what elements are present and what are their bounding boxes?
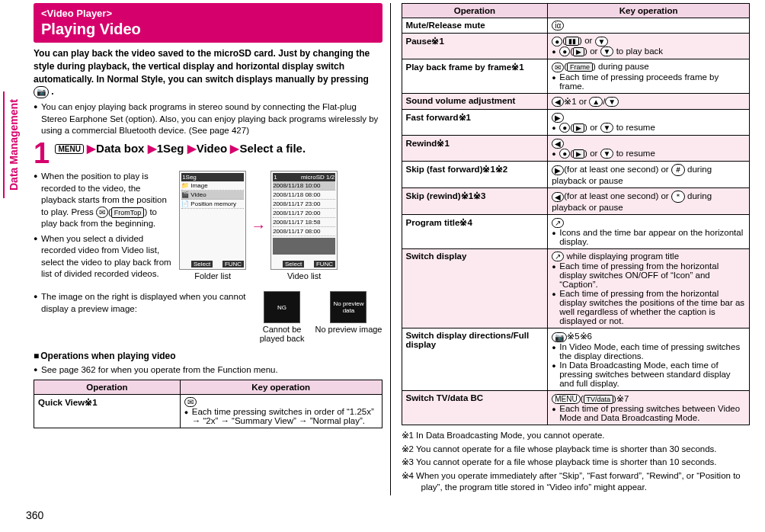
triangle-icon: ▶ — [187, 142, 197, 155]
ops-note: See page 362 for when you operate from t… — [34, 364, 382, 377]
op-cell: Pause※1 — [402, 34, 548, 59]
triangle-icon: ▶ — [230, 142, 239, 155]
shot-select-label: Select — [283, 261, 304, 268]
shot-line-selected: 🎬 Video — [181, 191, 244, 200]
thumb-nopreview: No preview data No preview image — [315, 291, 382, 343]
thumbs: NG Cannot be played back No preview data… — [260, 291, 382, 343]
op-quickview: Quick View※1 — [34, 394, 181, 428]
key-cell: ◀※1 or ▲/▼ — [548, 93, 750, 109]
op-cell: Mute/Release mute — [402, 18, 548, 34]
folder-caption: Folder list — [179, 271, 246, 280]
intro-bullet: You can enjoy playing back programs in s… — [34, 101, 382, 137]
op-cell: Switch display — [402, 248, 548, 328]
step-content: When the position to play is recorded to… — [34, 168, 382, 284]
page: <Video Player> Playing Video You can pla… — [0, 0, 765, 503]
ops-heading: Operations when playing video — [34, 351, 382, 361]
step-1: 1 MENU ▶Data box ▶1Seg ▶Video ▶Select a … — [34, 142, 382, 165]
nopreview-icon: No preview data — [330, 291, 366, 323]
key-cell: ◀●(▶) or ▼ to resume — [548, 136, 750, 162]
note-1: ※1 In Data Broadcasting Mode, you cannot… — [402, 430, 751, 442]
key-cell: 📷※5※6In Video Mode, each time of pressin… — [548, 328, 750, 390]
mail-key-icon: ✉ — [184, 397, 197, 407]
step-screenshots: 1Seg 📁 Image 🎬 Video 📄 Position memory S… — [179, 168, 382, 284]
video-line: 2008/11/17 23:00 — [273, 200, 335, 209]
video-screenshot: 1 microSD 1/2 2008/11/18 10:00 2008/11/1… — [270, 171, 338, 270]
op-cell: Program title※4 — [402, 215, 548, 248]
step-part-1: Data box — [96, 142, 144, 155]
lead-text: You can play back the video saved to the… — [34, 48, 370, 85]
key-cell: MENU(TV/data)※7Each time of pressing swi… — [548, 390, 750, 425]
step-part-2: 1Seg — [157, 142, 184, 155]
thumb-ng: NG Cannot be played back — [260, 291, 305, 343]
folder-screenshot-wrap: 1Seg 📁 Image 🎬 Video 📄 Position memory S… — [179, 171, 246, 280]
shot-line: 📁 Image — [181, 181, 244, 191]
th-operation: Operation — [34, 380, 181, 394]
video-line: 2008/11/18 08:00 — [273, 191, 335, 200]
mail-key-icon: ✉ — [96, 207, 108, 219]
left-column: <Video Player> Playing Video You can pla… — [26, 3, 390, 495]
key-cell: iα — [548, 18, 750, 34]
video-line: 2008/11/17 08:00 — [273, 227, 335, 236]
lead-paragraph: You can play back the video saved to the… — [34, 47, 382, 98]
footnotes: ※1 In Data Broadcasting Mode, you cannot… — [402, 430, 751, 494]
op-cell: Sound volume adjustment — [402, 93, 548, 109]
camera-key-icon: 📷 — [34, 86, 49, 98]
shot-func-label: FUNC — [222, 261, 244, 268]
op-cell: Skip (fast forward)※1※2 — [402, 162, 548, 188]
key-icon: iα — [552, 21, 564, 30]
fromtop-label: FromTop — [111, 207, 145, 218]
ops-table-right: Operation Key operation Mute/Release mut… — [402, 3, 751, 425]
op-cell: Skip (rewind)※1※3 — [402, 188, 548, 215]
note-2: ※2 You cannot operate for a file whose p… — [402, 444, 751, 456]
step-number: 1 — [34, 142, 50, 165]
side-tab: Data Management — [3, 91, 20, 198]
note-4: ※4 When you operate immediately after “S… — [402, 470, 751, 494]
key-cell: ●(▮▮) or ▼●(▶) or ▼ to play back — [548, 34, 750, 59]
ng-caption-1: Cannot be — [260, 325, 305, 334]
ops-table-left: Operation Key operation Quick View※1 ✉ E… — [34, 380, 382, 428]
step-bullet-1: When the position to play is recorded to… — [34, 171, 173, 230]
key-quickview-text: Each time pressing switches in order of … — [184, 407, 378, 425]
folder-screenshot: 1Seg 📁 Image 🎬 Video 📄 Position memory S… — [179, 171, 246, 270]
triangle-icon: ▶ — [148, 142, 157, 155]
video-line: 2008/11/18 10:00 — [273, 181, 335, 191]
shot-func-label: FUNC — [314, 261, 335, 268]
op-cell: Play back frame by frame※1 — [402, 59, 548, 93]
preview-row: The image on the right is displayed when… — [34, 288, 382, 343]
video-caption: Video list — [270, 271, 338, 280]
arrow-icon: → — [251, 217, 266, 235]
key-cell: ↗ while displaying program titleEach tim… — [548, 248, 750, 328]
video-line: 2008/11/17 20:00 — [273, 209, 335, 218]
op-cell: Switch display directions/Full display — [402, 328, 548, 390]
ng-caption-2: played back — [260, 334, 305, 343]
lead-end: . — [51, 86, 53, 97]
menu-key-icon: MENU — [55, 144, 83, 154]
page-number: 360 — [26, 509, 765, 521]
th-key: Key operation — [180, 380, 382, 394]
step-part-4: Select a file. — [239, 142, 306, 155]
shot-select-label: Select — [191, 261, 213, 268]
step-bullet-2: When you select a divided recorded video… — [34, 233, 173, 280]
key-cell: ▶(for at least one second) or ＃ during p… — [548, 162, 750, 188]
side-tab-label: Data Management — [3, 91, 20, 198]
op-cell: Rewind※1 — [402, 136, 548, 162]
key-cell: ✉(Frame) during pauseEach time of pressi… — [548, 59, 750, 93]
shot-title: 1Seg — [181, 173, 244, 181]
key-cell: ↗Icons and the time bar appear on the ho… — [548, 215, 750, 248]
op-cell: Fast forward※1 — [402, 110, 548, 136]
key-quickview: ✉ Each time pressing switches in order o… — [180, 394, 382, 428]
video-preview-thumb — [273, 238, 335, 255]
step-part-3: Video — [197, 142, 228, 155]
step-bullets: When the position to play is recorded to… — [34, 168, 173, 284]
banner-sub: <Video Player> — [41, 8, 375, 19]
triangle-icon: ▶ — [87, 142, 96, 155]
shot-line: 📄 Position memory — [181, 200, 244, 209]
shot-titlebar: 1 microSD 1/2 — [273, 173, 335, 181]
video-screenshot-wrap: 1 microSD 1/2 2008/11/18 10:00 2008/11/1… — [270, 171, 338, 280]
th-operation: Operation — [402, 4, 548, 18]
key-cell: ▶●(▶) or ▼ to resume — [548, 110, 750, 136]
nopreview-caption: No preview image — [315, 325, 382, 334]
th-key: Key operation — [548, 4, 750, 18]
op-cell: Switch TV/data BC — [402, 390, 548, 425]
key-cell: ◀(for at least one second) or ＊ during p… — [548, 188, 750, 215]
